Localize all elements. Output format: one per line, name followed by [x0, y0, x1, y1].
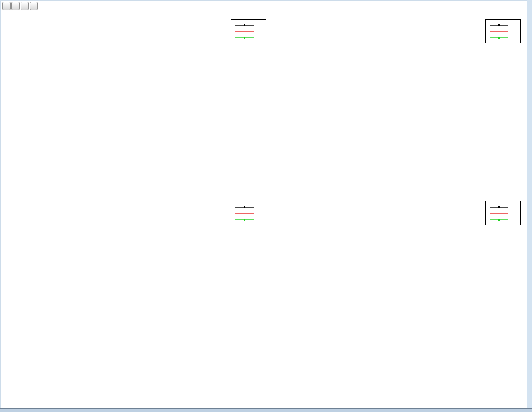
- legend-entry-diff: [489, 34, 515, 41]
- diff-line-sample: [235, 37, 254, 38]
- data-marker-icon: [244, 206, 245, 208]
- calc-line-sample: [490, 213, 508, 214]
- diff-line-sample: [235, 219, 254, 220]
- legend-entry-calc: [489, 28, 515, 34]
- data-marker-icon: [244, 24, 245, 26]
- data-line-sample: [235, 25, 254, 26]
- window-border-top: [0, 0, 532, 1]
- tab-layer-1[interactable]: [2, 2, 11, 10]
- diff-marker-icon: [244, 37, 245, 39]
- diff-line-sample: [490, 219, 508, 220]
- window-border-bottom: [0, 408, 532, 412]
- diff-line-sample: [490, 37, 508, 38]
- tab-layer-3[interactable]: [21, 2, 29, 10]
- plot-window: [0, 0, 532, 412]
- legend-entry-calc: [489, 210, 515, 216]
- legend-entry-data: [234, 204, 261, 210]
- legend-entry-diff: [234, 216, 261, 222]
- data-line-sample: [235, 207, 254, 208]
- calc-line-sample: [235, 213, 254, 214]
- data-line-sample: [490, 207, 508, 208]
- legend-entry-diff: [489, 216, 515, 222]
- legend-fwd[interactable]: [231, 201, 266, 225]
- legend-entry-calc: [234, 28, 261, 34]
- legend-entry-data: [489, 204, 515, 210]
- plot-canvas[interactable]: [0, 0, 532, 412]
- window-border-right: [527, 0, 532, 412]
- legend-entry-diff: [234, 34, 261, 41]
- legend-entry-data: [489, 22, 515, 28]
- diff-marker-icon: [498, 37, 500, 39]
- window-border-left: [0, 0, 1, 412]
- tab-layer-4[interactable]: [30, 2, 38, 10]
- data-marker-icon: [498, 206, 500, 208]
- legend-entry-data: [234, 22, 261, 28]
- tab-layer-2[interactable]: [11, 2, 20, 10]
- diff-marker-icon: [244, 219, 245, 221]
- legend-bkwd[interactable]: [231, 19, 266, 43]
- legend-entry-calc: [234, 210, 261, 216]
- layer-tab-strip: [2, 2, 38, 10]
- calc-line-sample: [490, 31, 508, 32]
- diff-marker-icon: [498, 219, 500, 221]
- legend-bottom[interactable]: [485, 19, 521, 43]
- legend-top[interactable]: [485, 201, 521, 225]
- data-marker-icon: [498, 24, 500, 26]
- calc-line-sample: [235, 31, 254, 32]
- data-line-sample: [490, 25, 508, 26]
